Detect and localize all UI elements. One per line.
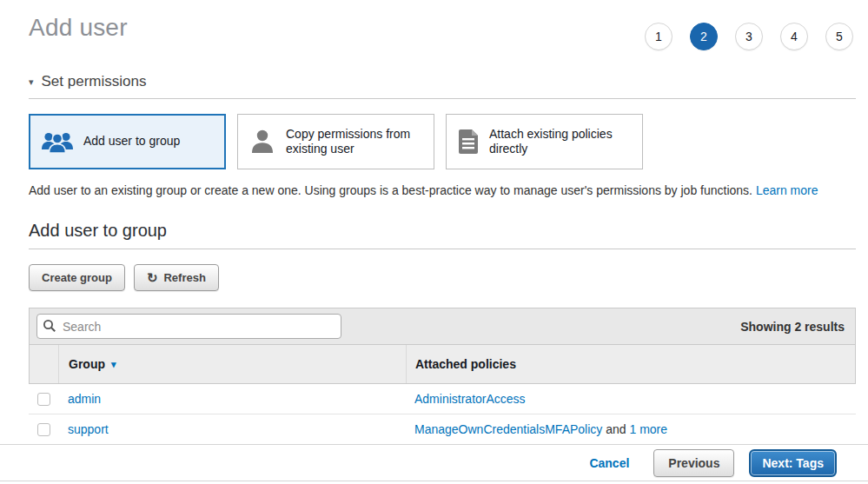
step-1: 1 [645,23,673,50]
create-group-button[interactable]: Create group [29,264,125,291]
divider [29,249,856,249]
document-icon [457,129,480,155]
search-icon [43,319,56,335]
column-header-attached-policies: Attached policies [406,345,855,383]
divider [29,98,856,99]
step-3: 3 [735,23,763,50]
row-checkbox[interactable] [37,393,50,406]
sort-desc-icon: ▾ [111,359,116,370]
group-link[interactable]: admin [68,392,101,406]
policy-joiner-text: and [602,422,629,436]
next-tags-button[interactable]: Next: Tags [749,449,837,477]
previous-button[interactable]: Previous [653,449,734,477]
more-policies-link[interactable]: 1 more [629,422,667,436]
section-description: Add user to an existing group or create … [29,183,856,197]
add-user-to-group-title: Add user to group [29,221,856,241]
groups-table: Showing 2 results Group ▾ Attached polic… [29,308,856,445]
card-copy-permissions[interactable]: Copy permissions from existing user [237,114,434,169]
card-label: Add user to group [83,134,180,149]
step-indicator: 1 2 3 4 5 [645,23,853,50]
collapse-arrow-icon: ▾ [29,77,34,87]
permission-option-cards: Add user to group Copy permissions from … [29,114,856,169]
description-text: Add user to an existing group or create … [29,183,756,197]
card-label: Attach existing policies directly [489,127,632,157]
card-add-user-to-group[interactable]: Add user to group [29,114,226,169]
step-5: 5 [825,23,853,50]
policy-link[interactable]: ManageOwnCredentialsMFAPolicy [414,422,602,436]
step-2-active: 2 [690,23,718,50]
search-box [36,314,341,339]
refresh-label: Refresh [163,271,205,284]
refresh-icon: ↻ [147,271,158,284]
column-header-group[interactable]: Group ▾ [59,345,407,383]
set-permissions-header[interactable]: ▾ Set permissions [29,73,856,90]
table-row: admin AdministratorAccess [29,384,856,414]
cancel-link[interactable]: Cancel [589,456,629,470]
group-link[interactable]: support [68,422,109,436]
results-count: Showing 2 results [740,320,845,334]
card-attach-policies[interactable]: Attach existing policies directly [446,114,643,169]
learn-more-link[interactable]: Learn more [756,183,818,197]
header-checkbox-cell [30,345,59,383]
policies-column-label: Attached policies [415,357,516,371]
row-checkbox[interactable] [37,423,50,436]
refresh-button[interactable]: ↻Refresh [134,264,219,291]
search-input[interactable] [36,314,341,339]
wizard-footer: Cancel Previous Next: Tags [0,444,868,481]
table-row: support ManageOwnCredentialsMFAPolicy an… [29,414,856,445]
group-icon [41,130,74,154]
table-header-row: Group ▾ Attached policies [29,345,856,384]
step-4: 4 [780,23,808,50]
group-column-label: Group [69,357,105,371]
set-permissions-title: Set permissions [42,73,147,90]
table-toolbar: Showing 2 results [29,308,856,345]
policy-link[interactable]: AdministratorAccess [414,392,526,406]
single-user-icon [248,129,276,155]
card-label: Copy permissions from existing user [286,127,423,157]
